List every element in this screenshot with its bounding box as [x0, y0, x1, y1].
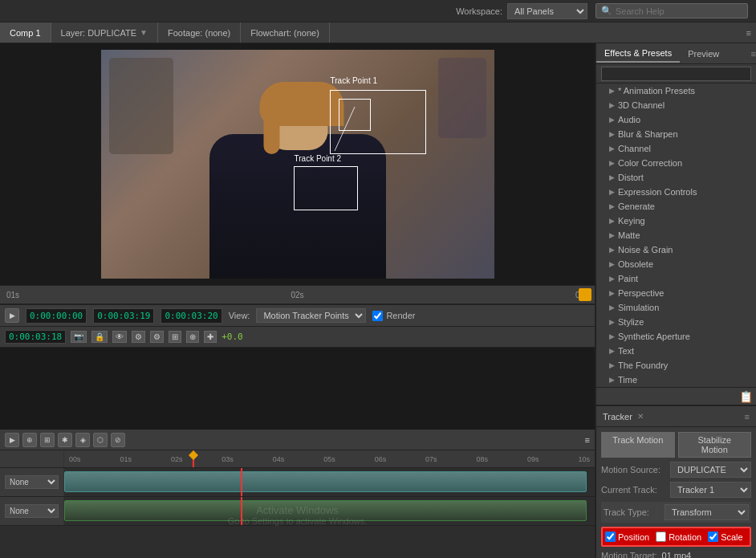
- effect-blur-sharpen[interactable]: ▶ Blur & Sharpen: [596, 127, 756, 141]
- effect-3d-channel[interactable]: ▶ 3D Channel: [596, 98, 756, 112]
- settings-btn1[interactable]: ⚙: [132, 331, 145, 343]
- tl-playhead[interactable]: [193, 450, 194, 467]
- effect-perspective[interactable]: ▶ Perspective: [596, 286, 756, 300]
- track-select-2[interactable]: None: [5, 504, 59, 518]
- position-checkbox[interactable]: [605, 532, 616, 542]
- tracker-btn[interactable]: ✚: [204, 331, 217, 343]
- effect-expression-controls[interactable]: ▶ Expression Controls: [596, 185, 756, 199]
- settings-btn2[interactable]: ⚙: [150, 331, 164, 343]
- tl-tool-3[interactable]: ⊞: [40, 433, 55, 447]
- tl-tool-6[interactable]: ⬡: [93, 433, 108, 447]
- effects-tab[interactable]: Effects & Presets: [596, 45, 680, 63]
- tl-mark-06s: 06s: [375, 455, 387, 463]
- track-clip-1[interactable]: [64, 471, 587, 492]
- tl-mark-04s: 04s: [273, 455, 285, 463]
- camera-btn[interactable]: 📷: [71, 331, 87, 343]
- time-display-3[interactable]: 0:00:03:20: [161, 308, 222, 324]
- workspace-select[interactable]: All Panels: [507, 3, 587, 19]
- arrow-icon: ▶: [609, 159, 615, 167]
- track-clip-2[interactable]: [64, 500, 587, 521]
- timeline-body: 00s 01s 02s 03s 04s 05s 06s 07s 08s 09s …: [0, 450, 595, 526]
- grid-btn[interactable]: ⊞: [169, 331, 181, 343]
- effect-color-correction[interactable]: ▶ Color Correction: [596, 156, 756, 170]
- tl-tool-2[interactable]: ⊕: [22, 433, 37, 447]
- arrow-icon: ▶: [609, 347, 615, 355]
- current-track-select[interactable]: Tracker 1: [670, 482, 751, 498]
- tl-tool-4[interactable]: ✱: [58, 433, 72, 447]
- effect-audio[interactable]: ▶ Audio: [596, 112, 756, 127]
- tracker-tab-close[interactable]: ✕: [637, 412, 644, 421]
- tab-comp[interactable]: Comp 1: [0, 22, 51, 43]
- layer-dropdown-icon[interactable]: ▼: [140, 28, 148, 37]
- rotation-checkbox[interactable]: [656, 532, 666, 542]
- current-time-display[interactable]: 0:00:03:18: [5, 330, 66, 344]
- effects-tab-bar: Effects & Presets Preview ≡: [596, 43, 756, 64]
- eye-btn[interactable]: 👁: [112, 331, 127, 343]
- effect-obsolete[interactable]: ▶ Obsolete: [596, 257, 756, 271]
- tracker-menu-icon[interactable]: ≡: [745, 412, 750, 422]
- effect-keying[interactable]: ▶ Keying: [596, 214, 756, 228]
- person-body: [209, 78, 386, 279]
- tl-cut-line-2: [241, 497, 242, 525]
- anchor-btn[interactable]: ⊕: [186, 331, 199, 343]
- effect-matte[interactable]: ▶ Matte: [596, 228, 756, 242]
- arrow-icon: ▶: [609, 289, 615, 297]
- rotation-checkbox-label: Rotation: [656, 532, 701, 542]
- effects-panel: Effects & Presets Preview ≡ ▶ * Animatio…: [596, 43, 756, 406]
- tab-layer[interactable]: Layer: DUPLICATE ▼: [51, 22, 158, 43]
- effect-generate[interactable]: ▶ Generate: [596, 199, 756, 214]
- coord-display: +0.0: [222, 332, 243, 342]
- effects-panel-footer: 📋: [596, 387, 756, 405]
- effect-synthetic-aperture[interactable]: ▶ Synthetic Aperture: [596, 329, 756, 344]
- effect-noise-grain[interactable]: ▶ Noise & Grain: [596, 242, 756, 257]
- time-display-1[interactable]: 0:00:00:00: [26, 308, 87, 324]
- track-motion-button[interactable]: Track Motion: [601, 432, 675, 458]
- main-layout: Track Point 1 Track Point 2: [0, 43, 756, 558]
- tl-tool-1[interactable]: ▶: [5, 433, 19, 447]
- time-display-2[interactable]: 0:00:03:19: [93, 308, 154, 324]
- render-checkbox[interactable]: [372, 311, 383, 321]
- effects-search: [596, 64, 756, 83]
- arrow-icon: ▶: [609, 188, 615, 196]
- tab-flowchart[interactable]: Flowchart: (none): [241, 22, 330, 43]
- view-select[interactable]: Motion Tracker Points: [256, 308, 366, 323]
- track-content-2: [64, 497, 595, 525]
- track-select-1[interactable]: None: [5, 475, 59, 489]
- effect-stylize[interactable]: ▶ Stylize: [596, 315, 756, 329]
- preview-tab[interactable]: Preview: [680, 46, 727, 62]
- effect-time[interactable]: ▶ Time: [596, 373, 756, 387]
- track-type-select[interactable]: Transform: [665, 504, 749, 520]
- motion-source-label: Motion Source:: [601, 465, 665, 475]
- timeline-ruler-2: 00s 01s 02s 03s 04s 05s 06s 07s 08s 09s …: [0, 450, 595, 468]
- effect-channel[interactable]: ▶ Channel: [596, 141, 756, 156]
- view-label: View:: [229, 311, 250, 320]
- effect-the-foundry[interactable]: ▶ The Foundry: [596, 358, 756, 373]
- add-preset-icon[interactable]: 📋: [739, 390, 753, 403]
- panel-menu-icon[interactable]: ≡: [746, 28, 756, 38]
- current-track-row: Current Track: Tracker 1: [601, 482, 751, 498]
- current-track-label: Current Track:: [601, 485, 665, 495]
- tl-tool-7[interactable]: ⊘: [111, 433, 125, 447]
- tl-menu[interactable]: ≡: [585, 435, 590, 445]
- arrow-icon: ▶: [609, 275, 615, 283]
- motion-source-select[interactable]: DUPLICATE: [670, 462, 751, 478]
- effects-search-input[interactable]: [601, 67, 751, 81]
- tab-footage[interactable]: Footage: (none): [158, 22, 241, 43]
- search-input[interactable]: [616, 6, 742, 16]
- video-background: Track Point 1 Track Point 2: [101, 50, 494, 279]
- effects-list: ▶ * Animation Presets ▶ 3D Channel ▶ Aud…: [596, 83, 756, 387]
- scale-checkbox[interactable]: [708, 532, 718, 542]
- effect-animation-presets[interactable]: ▶ * Animation Presets: [596, 83, 756, 98]
- scale-checkbox-label: Scale: [708, 532, 743, 542]
- stabilize-motion-button[interactable]: Stabilize Motion: [678, 432, 752, 458]
- play-button[interactable]: ▶: [5, 308, 19, 323]
- tl-tool-5[interactable]: ◈: [75, 433, 90, 447]
- tl-mark-08s: 08s: [477, 455, 489, 463]
- effect-text[interactable]: ▶ Text: [596, 344, 756, 358]
- effect-paint[interactable]: ▶ Paint: [596, 271, 756, 286]
- effect-distort[interactable]: ▶ Distort: [596, 170, 756, 185]
- effects-menu-icon[interactable]: ≡: [751, 49, 756, 59]
- lock-btn[interactable]: 🔒: [91, 331, 108, 343]
- effect-simulation[interactable]: ▶ Simulation: [596, 300, 756, 315]
- timeline-tools: ▶ ⊕ ⊞ ✱ ◈ ⬡ ⊘: [5, 433, 125, 447]
